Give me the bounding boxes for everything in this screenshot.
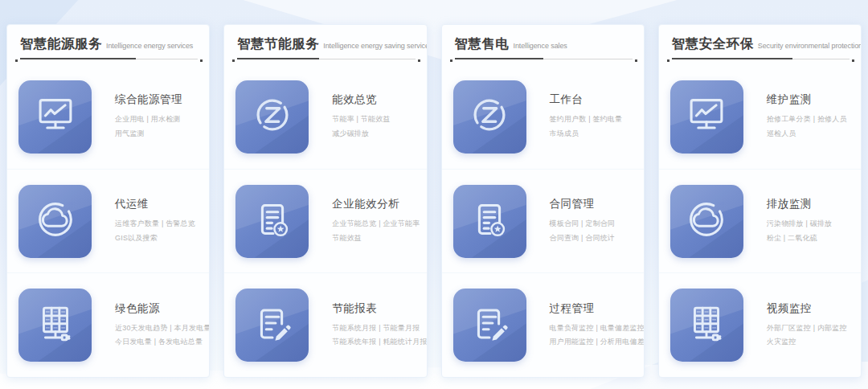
service-item[interactable]: 维护监测 抢修工单分类 | 抢修人员 巡检人员: [659, 65, 861, 169]
service-item[interactable]: 能效总览 节能率 | 节能效益 减少碳排放: [224, 65, 426, 169]
item-icon-tile[interactable]: [18, 289, 92, 362]
service-item[interactable]: 节能报表 节能系统月报 | 节能量月报 节能系统年报 | 耗能统计月报: [224, 272, 426, 377]
item-subtitle-line1: 电量负荷监控 | 电量偏差监控: [550, 321, 639, 336]
item-title: 维护监测: [767, 92, 847, 107]
item-icon-tile[interactable]: [18, 80, 92, 154]
item-subtitle-line1: 签约用户数 | 签约电量: [550, 113, 623, 127]
item-title: 合同管理: [550, 197, 616, 211]
energy-logo-icon: [248, 90, 297, 143]
monitor-chart-icon: [682, 90, 731, 143]
service-item[interactable]: 排放监测 污染物排放 | 碳排放 粉尘 | 二氧化硫: [659, 169, 861, 273]
panel-energy-saving: 智慧节能服务 Intelligence energy saving servic…: [223, 24, 427, 378]
panel-header: 智慧能源服务 Intelligence energy services: [7, 25, 209, 62]
service-item[interactable]: 综合能源管理 企业用电 | 用水检测 用气监测: [7, 65, 209, 169]
item-title: 过程管理: [550, 301, 639, 316]
report-star-icon: [465, 194, 514, 248]
section-title-zh: 智慧安全环保: [672, 35, 754, 53]
section-title-en: Intelligence energy services: [106, 42, 193, 50]
section-title-zh: 智慧售电: [455, 35, 510, 53]
panel-safety-environment: 智慧安全环保 Security environmental protection…: [658, 24, 862, 378]
item-subtitle-line2: 节能系统年报 | 耗能统计月报: [332, 335, 421, 350]
report-edit-icon: [465, 299, 514, 352]
service-item[interactable]: 视频监控 外部厂区监控 | 内部监控 火灾监控: [659, 272, 861, 377]
section-underline: [20, 57, 198, 62]
item-subtitle-line2: 粉尘 | 二氧化硫: [767, 231, 833, 246]
solar-panel-icon: [682, 299, 731, 352]
item-subtitle-line2: 节能效益: [332, 231, 420, 246]
item-subtitle-line2: 市场成员: [550, 127, 623, 141]
item-title: 排放监测: [767, 197, 833, 211]
panel-sales: 智慧售电 Intelligence sales 工作台 签约用户数 | 签约电量…: [441, 24, 645, 378]
item-icon-tile[interactable]: [18, 185, 92, 258]
section-underline: [237, 57, 415, 62]
item-subtitle-line1: 企业用电 | 用水检测: [115, 113, 182, 127]
item-title: 视频监控: [767, 301, 847, 316]
item-subtitle-line1: 运维客户数量 | 告警总览: [115, 217, 195, 231]
item-subtitle-line1: 模板合同 | 定制合同: [550, 217, 616, 231]
item-subtitle-line1: 企业节能总览 | 企业节能率: [332, 217, 420, 231]
report-star-icon: [248, 194, 297, 248]
item-subtitle-line2: 减少碳排放: [332, 127, 390, 141]
cloud-icon: [682, 194, 731, 248]
item-title: 综合能源管理: [115, 92, 182, 107]
section-title-zh: 智慧节能服务: [237, 35, 319, 53]
item-subtitle-line2: GIS以及搜索: [115, 231, 195, 246]
section-underline: [672, 57, 850, 62]
item-subtitle-line1: 抢修工单分类 | 抢修人员: [767, 113, 847, 127]
item-subtitle-line2: 火灾监控: [767, 335, 847, 350]
item-subtitle-line1: 近30天发电趋势 | 本月发电量: [115, 321, 204, 336]
panel-energy-services: 智慧能源服务 Intelligence energy services 综合能源…: [6, 24, 210, 378]
item-icon-tile[interactable]: [670, 185, 743, 258]
item-subtitle-line2: 巡检人员: [767, 127, 847, 141]
item-title: 代运维: [115, 197, 195, 211]
panel-header: 智慧售电 Intelligence sales: [442, 25, 644, 62]
item-title: 工作台: [550, 92, 623, 107]
panel-header: 智慧节能服务 Intelligence energy saving servic…: [224, 25, 426, 62]
service-panels: 智慧能源服务 Intelligence energy services 综合能源…: [6, 24, 862, 378]
section-underline: [455, 57, 633, 62]
item-title: 企业能效分析: [332, 197, 420, 211]
monitor-chart-icon: [31, 90, 80, 143]
report-edit-icon: [248, 299, 297, 352]
section-title-zh: 智慧能源服务: [20, 35, 102, 53]
item-icon-tile[interactable]: [453, 185, 526, 258]
cloud-icon: [31, 194, 80, 248]
section-title-en: Security environmental protection: [758, 42, 862, 50]
item-icon-tile[interactable]: [670, 80, 743, 154]
item-title: 能效总览: [332, 92, 390, 107]
item-icon-tile[interactable]: [670, 289, 743, 362]
item-subtitle-line1: 节能率 | 节能效益: [332, 113, 390, 127]
service-item[interactable]: 代运维 运维客户数量 | 告警总览 GIS以及搜索: [7, 169, 209, 273]
item-icon-tile[interactable]: [235, 80, 309, 154]
item-title: 节能报表: [332, 301, 421, 316]
item-subtitle-line1: 节能系统月报 | 节能量月报: [332, 321, 421, 336]
energy-logo-icon: [465, 90, 514, 143]
service-item[interactable]: 企业能效分析 企业节能总览 | 企业节能率 节能效益: [224, 169, 426, 273]
item-subtitle-line2: 用气监测: [115, 127, 182, 141]
item-subtitle-line1: 污染物排放 | 碳排放: [767, 217, 833, 231]
item-icon-tile[interactable]: [235, 185, 309, 258]
service-item[interactable]: 工作台 签约用户数 | 签约电量 市场成员: [442, 65, 644, 169]
panel-header: 智慧安全环保 Security environmental protection: [659, 25, 861, 62]
service-item[interactable]: 绿色能源 近30天发电趋势 | 本月发电量 今日发电量 | 各发电站总量: [7, 272, 209, 377]
item-icon-tile[interactable]: [453, 289, 526, 362]
section-title-en: Intelligence sales: [514, 42, 567, 50]
solar-panel-icon: [31, 299, 80, 352]
item-icon-tile[interactable]: [453, 80, 526, 154]
item-icon-tile[interactable]: [235, 289, 309, 362]
service-item[interactable]: 过程管理 电量负荷监控 | 电量偏差监控 用户用能监控 | 分析用电偏差: [442, 272, 644, 377]
item-subtitle-line2: 合同查询 | 合同统计: [550, 231, 616, 246]
item-subtitle-line2: 用户用能监控 | 分析用电偏差: [550, 335, 639, 350]
section-title-en: Intelligence energy saving services: [323, 42, 427, 50]
item-subtitle-line2: 今日发电量 | 各发电站总量: [115, 335, 204, 350]
item-subtitle-line1: 外部厂区监控 | 内部监控: [767, 321, 847, 336]
service-item[interactable]: 合同管理 模板合同 | 定制合同 合同查询 | 合同统计: [442, 169, 644, 273]
item-title: 绿色能源: [115, 301, 204, 316]
